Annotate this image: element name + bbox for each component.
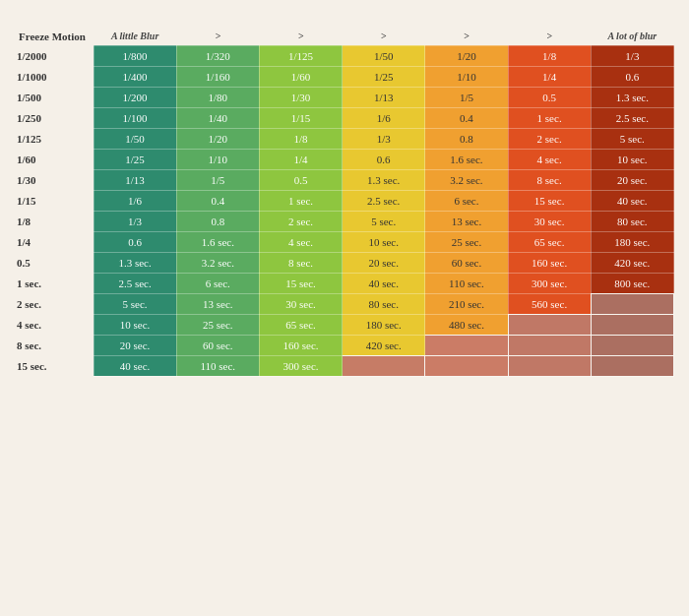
table-cell: 1/800: [94, 45, 176, 66]
table-cell: [591, 314, 673, 335]
table-cell: 560 sec.: [508, 293, 591, 314]
table-cell: [425, 335, 508, 355]
table-cell: 1/13: [343, 87, 425, 107]
table-cell: 2 sec.: [259, 211, 342, 231]
table-cell: 20 sec.: [343, 252, 425, 273]
table-row: 4 sec.10 sec.25 sec.65 sec.180 sec.480 s…: [15, 314, 674, 335]
table-cell: 2.5 sec.: [591, 107, 673, 128]
table-cell: 1/10: [176, 149, 259, 169]
row-label: 4 sec.: [15, 314, 94, 335]
table-cell: 110 sec.: [176, 355, 259, 376]
table-cell: 65 sec.: [508, 231, 591, 252]
table-row: 15 sec.40 sec.110 sec.300 sec.: [15, 355, 674, 376]
table-cell: 0.5: [259, 169, 342, 190]
table-cell: 300 sec.: [259, 355, 342, 376]
table-cell: 1/50: [94, 128, 176, 149]
table-cell: 40 sec.: [343, 273, 425, 293]
table-cell: 5 sec.: [343, 211, 425, 231]
table-cell: 0.4: [425, 107, 508, 128]
table-row: 1/5001/2001/801/301/131/50.51.3 sec.: [15, 87, 674, 107]
row-label: 1 sec.: [15, 273, 94, 293]
table-cell: [591, 355, 673, 376]
table-cell: 1 sec.: [259, 190, 342, 211]
table-cell: [591, 335, 673, 355]
table-cell: 13 sec.: [425, 211, 508, 231]
table-cell: 1/3: [94, 211, 176, 231]
col-header-3: >: [343, 28, 425, 45]
col-header-6: A lot of blur: [591, 28, 673, 45]
table-cell: 3.2 sec.: [176, 252, 259, 273]
table-cell: [343, 355, 425, 376]
table-cell: 1/15: [259, 107, 342, 128]
table-cell: 8 sec.: [259, 252, 342, 273]
table-cell: 1/400: [94, 66, 176, 87]
row-label: 1/500: [15, 87, 94, 107]
table-cell: 4 sec.: [508, 149, 591, 169]
table-row: 2 sec.5 sec.13 sec.30 sec.80 sec.210 sec…: [15, 293, 674, 314]
table-cell: 30 sec.: [508, 211, 591, 231]
row-label: 1/1000: [15, 66, 94, 87]
table-cell: 60 sec.: [425, 252, 508, 273]
table-cell: 800 sec.: [591, 273, 673, 293]
table-cell: 15 sec.: [259, 273, 342, 293]
subheader-right: [123, 20, 674, 24]
table-cell: 0.5: [508, 87, 591, 107]
table-cell: 1/30: [259, 87, 342, 107]
table-cell: 6 sec.: [176, 273, 259, 293]
col-header-4: >: [425, 28, 508, 45]
table-cell: 1/4: [259, 149, 342, 169]
table-cell: 1/13: [94, 169, 176, 190]
table-row: 1/10001/4001/1601/601/251/101/40.6: [15, 66, 674, 87]
table-cell: 10 sec.: [591, 149, 673, 169]
row-label: 1/125: [15, 128, 94, 149]
table-cell: 2 sec.: [508, 128, 591, 149]
table-cell: 1/5: [425, 87, 508, 107]
table-cell: 1/60: [259, 66, 342, 87]
row-label: 1/15: [15, 190, 94, 211]
table-cell: 480 sec.: [425, 314, 508, 335]
table-cell: 15 sec.: [508, 190, 591, 211]
table-row: 1/151/60.41 sec.2.5 sec.6 sec.15 sec.40 …: [15, 190, 674, 211]
table-cell: 180 sec.: [591, 231, 673, 252]
row-label: 2 sec.: [15, 293, 94, 314]
table-cell: 10 sec.: [343, 231, 425, 252]
table-cell: 1/6: [343, 107, 425, 128]
table-cell: 1/20: [425, 45, 508, 66]
row-label: 15 sec.: [15, 355, 94, 376]
col-header-5: >: [508, 28, 591, 45]
row-label: 1/30: [15, 169, 94, 190]
table-cell: 1/8: [508, 45, 591, 66]
table-cell: 13 sec.: [176, 293, 259, 314]
table-cell: 300 sec.: [508, 273, 591, 293]
table-cell: 160 sec.: [508, 252, 591, 273]
table-cell: 0.8: [425, 128, 508, 149]
table-cell: 1/3: [343, 128, 425, 149]
table-cell: 1/125: [259, 45, 342, 66]
table-cell: 110 sec.: [425, 273, 508, 293]
table-cell: [508, 314, 591, 335]
table-cell: 160 sec.: [259, 335, 342, 355]
table-row: 1/601/251/101/40.61.6 sec.4 sec.10 sec.: [15, 149, 674, 169]
table-cell: 80 sec.: [591, 211, 673, 231]
table-cell: 40 sec.: [94, 355, 176, 376]
table-cell: 1/50: [343, 45, 425, 66]
table-cell: 1/40: [176, 107, 259, 128]
table-cell: 420 sec.: [591, 252, 673, 273]
table-cell: 1.3 sec.: [94, 252, 176, 273]
table-cell: 1/80: [176, 87, 259, 107]
table-cell: 60 sec.: [176, 335, 259, 355]
table-cell: 0.4: [176, 190, 259, 211]
table-cell: 0.6: [343, 149, 425, 169]
table-row: 8 sec.20 sec.60 sec.160 sec.420 sec.: [15, 335, 674, 355]
table-row: 1/301/131/50.51.3 sec.3.2 sec.8 sec.20 s…: [15, 169, 674, 190]
table-cell: 180 sec.: [343, 314, 425, 335]
table-cell: 1 sec.: [508, 107, 591, 128]
table-cell: 25 sec.: [176, 314, 259, 335]
table-cell: 0.8: [176, 211, 259, 231]
row-label: 1/60: [15, 149, 94, 169]
table-cell: 1/6: [94, 190, 176, 211]
sub-header: [15, 20, 674, 24]
row-label: 1/8: [15, 211, 94, 231]
table-row: 1/1251/501/201/81/30.82 sec.5 sec.: [15, 128, 674, 149]
table-cell: 1/25: [343, 66, 425, 87]
